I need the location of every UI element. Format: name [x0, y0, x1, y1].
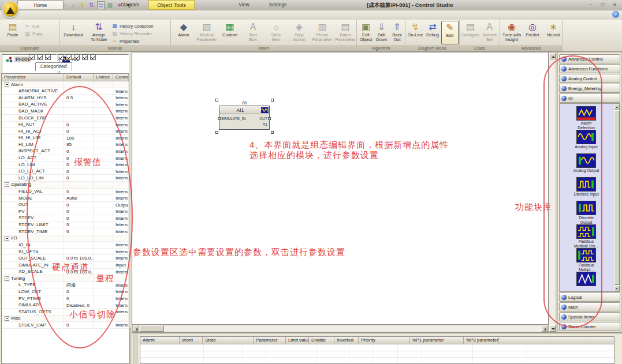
parameter-row[interactable]: STDEV 0 Internal — [2, 215, 129, 222]
filter-checkbox[interactable] — [45, 54, 51, 60]
selection-handle[interactable] — [271, 131, 274, 134]
tab-home[interactable]: Home — [17, 0, 64, 9]
advanced-button[interactable]: ◉ Tune with Insight — [501, 21, 522, 44]
tab-categorized[interactable]: Categorized — [35, 62, 72, 71]
palette-category[interactable]: Energy_Metering — [559, 84, 620, 93]
filter-checkbox[interactable] — [58, 54, 64, 60]
parameter-row[interactable]: XD_SCALE 0.0 to 100.0... Internal — [2, 269, 129, 276]
insert-button[interactable]: ▦ Custom — [218, 21, 241, 44]
function-block-item[interactable]: Alarm Detection — [560, 106, 613, 130]
scroll-down-button[interactable] — [549, 325, 556, 332]
alarm-column-header[interactable]: %P1 parameter — [409, 337, 464, 344]
input-port-connector[interactable] — [218, 117, 221, 120]
parameter-row[interactable]: STATUS_OPTS Internal — [2, 309, 129, 316]
parameter-row[interactable]: MODE Auto/ Internal — [2, 195, 129, 202]
algorithm-button[interactable]: ▣ Edit Object — [358, 21, 374, 44]
palette-category[interactable]: Timer Counter — [559, 322, 620, 331]
parameter-row[interactable]: Misc — [2, 316, 129, 322]
module-big-button[interactable]: ↓ Download — [61, 21, 86, 44]
parameter-row[interactable]: BAD_MASK Internal — [2, 108, 129, 115]
minimize-button[interactable]: – — [586, 1, 595, 9]
parameter-row[interactable]: Operating — [2, 182, 129, 189]
expand-icon[interactable] — [5, 182, 9, 187]
parameter-row[interactable]: HI_LIM 95 Internal — [2, 141, 129, 148]
parameter-row[interactable]: STDEV_CAP 0 Internal — [2, 322, 129, 329]
parameter-row[interactable]: BLOCK_ERR Internal — [2, 115, 129, 122]
palette-category[interactable]: Advanced Functions — [559, 64, 620, 73]
class-button[interactable]: ▤ Configure — [461, 21, 480, 44]
diagram-mode-button[interactable]: ↯ On-Line — [407, 21, 424, 44]
insert-button[interactable]: ☼ State Item — [265, 21, 288, 44]
class-button[interactable]: A Named Set — [480, 21, 499, 44]
col-linked[interactable]: Linked — [94, 74, 113, 81]
parameter-row[interactable]: I/O — [2, 235, 129, 242]
palette-category[interactable]: Logical — [559, 292, 620, 302]
alarm-empty-row[interactable] — [140, 358, 614, 364]
parameter-row[interactable]: PV_FTIME 0 Internal — [2, 295, 129, 302]
app-orb-button[interactable] — [2, 1, 19, 18]
parameter-row[interactable]: BAD_ACTIVE Internal — [2, 102, 129, 108]
assign-button[interactable]: ⇅ — [88, 2, 95, 9]
restore-button[interactable]: □ — [598, 1, 608, 9]
horizontal-scroll-thumb[interactable] — [140, 325, 164, 332]
paste-button[interactable]: ▤ Paste — [1, 21, 24, 44]
insert-button[interactable]: ◈ Step Action — [288, 21, 311, 44]
function-block-item[interactable] — [560, 272, 613, 292]
selection-handle[interactable] — [215, 131, 218, 134]
alarm-table[interactable]: AlarmWordStateParameterLimit valueEnable… — [140, 336, 614, 364]
expand-icon[interactable] — [5, 236, 9, 241]
alarm-column-header[interactable]: Alarm — [140, 337, 180, 344]
alarm-column-header[interactable]: State — [203, 337, 254, 344]
parameter-row[interactable]: Tuning — [2, 275, 129, 282]
parameter-row[interactable]: HI_HI_LIM 100 Internal — [2, 135, 129, 142]
selection-handle[interactable] — [215, 99, 218, 102]
alarm-column-header[interactable]: Limit value — [286, 337, 309, 344]
algorithm-button[interactable]: ⇓ Drill Down — [374, 21, 389, 44]
expand-icon[interactable] — [5, 276, 9, 281]
canvas-vertical-scrollbar[interactable] — [549, 52, 556, 332]
module-big-button[interactable]: ⇅ Assign To Node — [86, 21, 111, 44]
parameter-row[interactable]: FIELD_VAL 0 Internal — [2, 189, 129, 196]
alarm-empty-row[interactable] — [140, 351, 614, 358]
palette-scroll-up[interactable] — [614, 104, 620, 110]
function-block-item[interactable]: Analog Input — [560, 130, 613, 153]
parameter-row[interactable]: PV 0 Internal — [2, 208, 129, 215]
alarm-empty-row[interactable] — [140, 344, 614, 351]
parameter-row[interactable]: LO_ACT 0 Internal — [2, 155, 129, 162]
tab-view[interactable]: View — [231, 0, 257, 9]
parameter-row[interactable]: SIMULATE Disabled, 0 Internal — [2, 302, 129, 309]
palette-category[interactable]: IO — [559, 93, 620, 103]
col-default[interactable]: Default — [64, 74, 94, 81]
clipboard-small-button[interactable]: ✂ Cut — [24, 22, 43, 29]
parameter-row[interactable]: HI_ACT 0 Internal — [2, 122, 129, 129]
parameter-row[interactable]: STDEV_TIME 0 Internal — [2, 228, 129, 235]
insert-button[interactable]: A Text Box — [241, 21, 265, 44]
advanced-button[interactable]: ◎ Predict — [522, 21, 543, 44]
function-block-item[interactable]: Discrete Input — [560, 177, 613, 201]
parameter-row[interactable]: IO_IN Internal re — [2, 242, 129, 249]
palette-scrollbar[interactable] — [613, 104, 620, 291]
parameter-row[interactable]: ABNORM_ACTIVE Internal — [2, 88, 129, 95]
filter-checkbox[interactable] — [37, 54, 43, 60]
insert-button[interactable]: ▧ Module Parameter — [195, 21, 218, 44]
alarm-column-header[interactable]: Word — [180, 337, 203, 344]
parameter-row[interactable]: LO_LO_ACT 0 Internal — [2, 168, 129, 175]
palette-category[interactable]: Advanced Control — [559, 54, 620, 63]
parameter-row[interactable]: STDEV_LIMIT 5 Internal — [2, 222, 129, 228]
palette-category[interactable]: Analog Control — [559, 74, 620, 83]
clipboard-small-button[interactable]: ▥ Copy — [24, 30, 43, 37]
module-small-button[interactable]: ≡ Properties — [111, 37, 153, 44]
module-small-button[interactable]: ▦ History Collection — [111, 22, 153, 29]
scroll-left-button[interactable] — [133, 325, 139, 332]
parameter-row[interactable]: INSPECT_ACT 0 Internal — [2, 148, 129, 155]
filter-checkbox[interactable] — [29, 54, 35, 60]
close-button[interactable]: × — [610, 1, 620, 9]
insert-button[interactable]: ▥ Phase Parameter — [311, 21, 334, 44]
filter-checkbox[interactable] — [74, 54, 80, 60]
function-block-item[interactable]: Discrete Output — [560, 201, 613, 224]
parameter-row[interactable]: HI_HI_ACT 0 Internal — [2, 128, 129, 135]
alarm-column-header[interactable]: Inverted — [334, 337, 359, 344]
alarm-column-header[interactable]: %P2 parameter — [464, 337, 499, 344]
function-block-ai1[interactable]: AI1 SIMULATE_IN OUT #1 — [219, 106, 270, 130]
expand-icon[interactable] — [5, 316, 9, 321]
